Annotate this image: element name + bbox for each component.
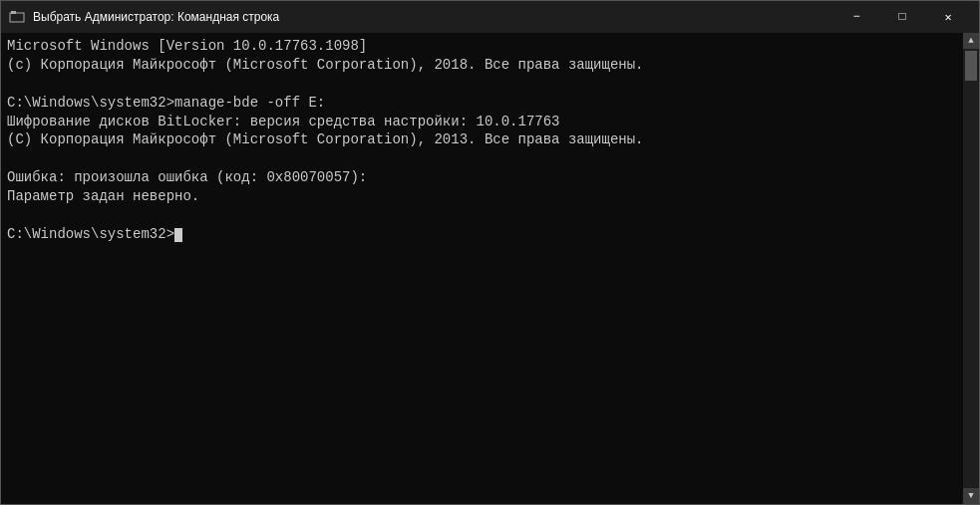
terminal-line: Ошибка: произошла ошибка (код: 0x8007005… [7,168,957,187]
title-bar-controls: − □ ✕ [833,1,971,33]
terminal-line: Microsoft Windows [Version 10.0.17763.10… [7,37,957,56]
scroll-thumb[interactable] [965,51,977,81]
terminal-line: (с) Корпорация Майкрософт (Microsoft Cor… [7,56,957,75]
terminal-line [7,149,957,168]
svg-rect-0 [10,13,24,22]
terminal-content[interactable]: Microsoft Windows [Version 10.0.17763.10… [1,33,963,504]
terminal-line: C:\Windows\system32>manage-bde -off E: [7,94,957,113]
svg-rect-1 [11,11,16,14]
window-icon [9,9,25,25]
cmd-window: Выбрать Администратор: Командная строка … [0,0,980,505]
scroll-down-arrow[interactable]: ▼ [963,488,979,504]
terminal-container: Microsoft Windows [Version 10.0.17763.10… [1,33,979,504]
close-button[interactable]: ✕ [925,1,971,33]
minimize-button[interactable]: − [833,1,879,33]
terminal-line: C:\Windows\system32> [7,225,957,244]
title-bar-text: Выбрать Администратор: Командная строка [33,10,833,24]
maximize-button[interactable]: □ [879,1,925,33]
title-bar: Выбрать Администратор: Командная строка … [1,1,979,33]
terminal-line: Параметр задан неверно. [7,187,957,206]
scroll-track[interactable] [963,49,979,488]
scrollbar[interactable]: ▲ ▼ [963,33,979,504]
terminal-line: Шифрование дисков BitLocker: версия сред… [7,113,957,131]
cursor [174,228,182,242]
scroll-up-arrow[interactable]: ▲ [963,33,979,49]
terminal-line [7,206,957,225]
terminal-line [7,75,957,94]
terminal-line: (С) Корпорация Майкрософт (Microsoft Cor… [7,130,957,149]
